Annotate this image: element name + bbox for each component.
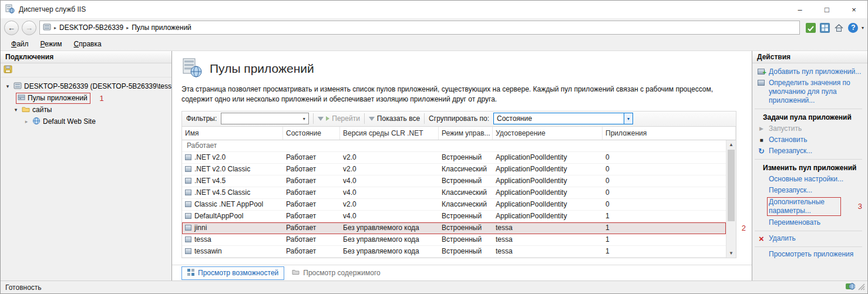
- table-row[interactable]: DefaultAppPoolРаботаетv4.0ВстроенныйAppl…: [182, 211, 726, 222]
- save-connection-icon[interactable]: [4, 65, 12, 75]
- funnel-icon: [318, 117, 324, 121]
- breadcrumb-arrow-icon: ▸: [126, 25, 129, 31]
- go-arrow-icon: [326, 116, 329, 121]
- column-clr-version[interactable]: Версия среды CLR .NET: [340, 127, 439, 140]
- cell-name: jinni: [182, 222, 283, 234]
- table-scrollbar[interactable]: ▲ ▼: [726, 140, 736, 258]
- recycle-icon: ↻: [757, 147, 766, 156]
- cell-name: DefaultAppPool: [182, 211, 283, 222]
- cell-applications: 1: [603, 222, 726, 234]
- close-icon[interactable]: ×: [840, 1, 867, 18]
- toolbar-separator: [364, 113, 365, 124]
- column-identity[interactable]: Удостоверение: [493, 127, 603, 140]
- go-button[interactable]: Перейти: [318, 114, 360, 123]
- action-item[interactable]: Дополнительные параметры...3: [752, 196, 864, 217]
- table-row[interactable]: tessaРаботаетБез управляемого кодаВстрое…: [182, 234, 726, 246]
- action-item[interactable]: Просмотреть приложения: [752, 249, 864, 260]
- table-row[interactable]: .NET v4.5Работаетv4.0ВстроенныйApplicati…: [182, 175, 726, 187]
- table-row[interactable]: .NET v2.0 ClassicРаботаетv2.0Классически…: [182, 164, 726, 175]
- help-icon[interactable]: ?: [847, 22, 859, 33]
- scrollbar-track[interactable]: [726, 149, 736, 249]
- minimize-icon[interactable]: –: [786, 1, 813, 18]
- menu-file[interactable]: Файл: [5, 38, 35, 50]
- filter-input[interactable]: ▾: [221, 113, 309, 124]
- chevron-down-icon[interactable]: ▾: [624, 113, 633, 124]
- page-title: Пулы приложений: [210, 62, 314, 76]
- table-row[interactable]: .NET v4.5 ClassicРаботаетv4.0Классически…: [182, 187, 726, 199]
- cell-identity: tessa: [493, 246, 603, 257]
- scrollbar-thumb[interactable]: [728, 150, 735, 221]
- expand-icon[interactable]: ▸: [23, 119, 30, 124]
- menu-help[interactable]: Справка: [68, 38, 107, 50]
- cell-name: .NET v2.0 Classic: [182, 164, 283, 175]
- tab-features-view[interactable]: Просмотр возможностей: [181, 266, 284, 280]
- maximize-icon[interactable]: □: [813, 1, 840, 18]
- cell-clr-version: v4.0: [340, 175, 439, 187]
- action-item[interactable]: Определить значения по умолчанию для пул…: [752, 77, 864, 106]
- tree-item-sites[interactable]: ▾ сайты: [1, 104, 171, 116]
- column-name[interactable]: Имя: [182, 127, 283, 140]
- breadcrumb-server[interactable]: DESKTOP-5B26339: [59, 23, 123, 32]
- tree-item-server[interactable]: ▾ DESKTOP-5B26339 (DESKTOP-5B26339\tessa…: [1, 80, 171, 92]
- filters-label: Фильтры:: [186, 114, 217, 123]
- action-item[interactable]: Переименовать: [752, 217, 864, 228]
- menu-view[interactable]: Режим: [35, 38, 68, 50]
- grid-icon[interactable]: [819, 22, 831, 33]
- iis-manager-window: Диспетчер служб IIS – □ × ← → ▸ DESKTOP-…: [0, 0, 868, 294]
- table-row[interactable]: jinniРаботаетБез управляемого кодаВстрое…: [182, 222, 726, 234]
- tree-item-default-web-site[interactable]: ▸ Default Web Site: [1, 116, 171, 127]
- app-pool-icon: [185, 213, 191, 219]
- table-row[interactable]: Classic .NET AppPoolРаботаетv2.0Классиче…: [182, 199, 726, 211]
- actions-list: Добавить пул приложений...Определить зна…: [752, 63, 867, 260]
- cell-pipeline-mode: Встроенный: [439, 152, 493, 163]
- group-by-select[interactable]: Состояние ▾: [493, 113, 633, 124]
- connections-header: Подключения: [1, 51, 171, 63]
- cell-identity: ApplicationPoolIdentity: [493, 211, 603, 222]
- scroll-down-icon[interactable]: ▼: [726, 249, 736, 258]
- tree-item-label: Пулы приложений: [28, 94, 88, 102]
- back-icon[interactable]: ←: [4, 21, 19, 35]
- table-row[interactable]: tessawinРаботаетБез управляемого кодаВст…: [182, 246, 726, 258]
- app-pools-list-frame: Фильтры: ▾ Перейти Показать все: [181, 111, 736, 258]
- cell-applications: 1: [603, 234, 726, 245]
- home-icon[interactable]: [833, 22, 845, 33]
- forward-icon[interactable]: →: [22, 21, 36, 35]
- action-item[interactable]: Основные настройки...: [752, 174, 864, 185]
- toolbar-separator: [313, 113, 314, 124]
- folder-icon: [22, 106, 30, 114]
- breadcrumb-app-pools[interactable]: Пулы приложений: [132, 23, 191, 32]
- status-text: Готовность: [5, 283, 42, 292]
- action-label: Задачи пула приложений: [763, 113, 852, 121]
- breadcrumb[interactable]: ▸ DESKTOP-5B26339 ▸ Пулы приложений: [39, 21, 800, 35]
- table-row[interactable]: .NET v2.0Работаетv2.0ВстроенныйApplicati…: [182, 152, 726, 164]
- chevron-down-icon[interactable]: ▾: [300, 116, 308, 121]
- cell-pipeline-mode: Встроенный: [439, 211, 493, 222]
- help-dropdown-icon[interactable]: ▾: [862, 25, 864, 31]
- app-pool-icon: [185, 190, 191, 195]
- collapse-icon[interactable]: ▾: [12, 107, 19, 113]
- action-label: Перезапуск...: [769, 147, 812, 155]
- action-item[interactable]: ■Остановить: [752, 134, 864, 146]
- cell-name: .NET v4.5 Classic: [182, 187, 283, 198]
- action-label: Удалить: [769, 234, 796, 242]
- action-label: Определить значения по умолчанию для пул…: [769, 79, 850, 104]
- scroll-up-icon[interactable]: ▲: [726, 140, 736, 149]
- action-item[interactable]: Перезапуск...: [752, 185, 864, 196]
- column-state[interactable]: Состояние: [283, 127, 340, 140]
- action-label: Запустить: [769, 124, 802, 133]
- cell-name: .NET v2.0: [182, 152, 283, 163]
- cell-pipeline-mode: Встроенный: [439, 222, 493, 234]
- collapse-icon[interactable]: ▾: [4, 83, 11, 89]
- column-pipeline-mode[interactable]: Режим управ...: [439, 127, 493, 140]
- show-all-button[interactable]: Показать все: [369, 114, 420, 123]
- sync-icon[interactable]: [805, 22, 817, 33]
- action-label: Добавить пул приложений...: [769, 67, 861, 76]
- action-item[interactable]: Добавить пул приложений...: [752, 66, 864, 77]
- action-label: Дополнительные параметры...: [767, 197, 841, 216]
- action-item[interactable]: ×Удалить: [752, 233, 864, 244]
- action-item[interactable]: ↻Перезапуск...: [752, 146, 864, 157]
- tree-item-app-pools[interactable]: Пулы приложений 1: [1, 92, 171, 104]
- tab-content-view[interactable]: Просмотр содержимого: [287, 267, 385, 279]
- resize-grip[interactable]: [857, 283, 865, 292]
- column-applications[interactable]: Приложения: [603, 127, 736, 140]
